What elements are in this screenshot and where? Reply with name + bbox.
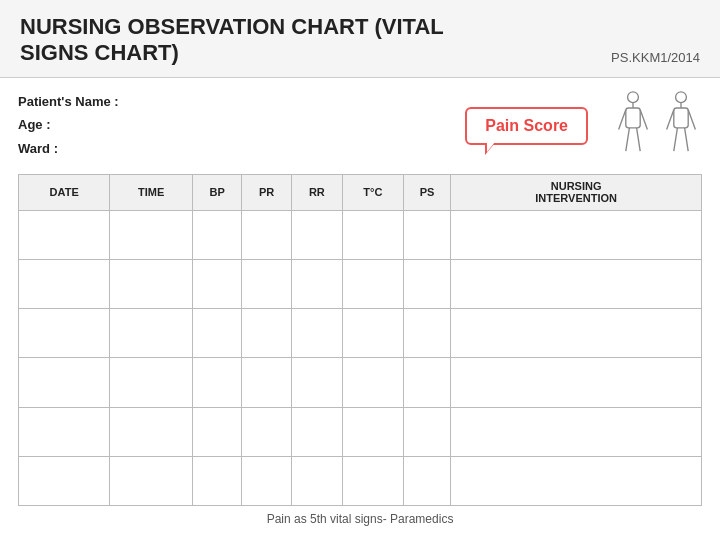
patient-name-label: Patient's Name : — [18, 90, 119, 113]
col-date: DATE — [19, 174, 110, 210]
header: NURSING OBSERVATION CHART (VITAL SIGNS C… — [0, 0, 720, 78]
table-row — [19, 259, 702, 308]
svg-rect-9 — [674, 108, 688, 128]
col-bp: BP — [193, 174, 242, 210]
svg-line-10 — [667, 110, 674, 130]
pain-score-bubble: Pain Score — [465, 107, 588, 145]
chart-table: DATE TIME BP PR RR T°C PS NURSINGINTERVE… — [18, 174, 702, 506]
patient-info-row: Patient's Name : Age : Ward : Pain Score — [18, 90, 702, 162]
header-code: PS.KKM1/2014 — [611, 50, 700, 67]
col-tc: T°C — [342, 174, 403, 210]
svg-line-4 — [640, 110, 647, 130]
table-body — [19, 210, 702, 505]
svg-line-12 — [674, 128, 678, 151]
svg-line-3 — [619, 110, 626, 130]
table-row — [19, 456, 702, 505]
page-title: NURSING OBSERVATION CHART (VITAL SIGNS C… — [20, 14, 444, 67]
col-nursing-intervention: NURSINGINTERVENTION — [451, 174, 702, 210]
body-figures — [612, 90, 702, 162]
body-back-icon — [660, 90, 702, 162]
table-header: DATE TIME BP PR RR T°C PS NURSINGINTERVE… — [19, 174, 702, 210]
table-row — [19, 210, 702, 259]
svg-rect-2 — [626, 108, 640, 128]
pain-score-area: Pain Score — [465, 90, 702, 162]
page: NURSING OBSERVATION CHART (VITAL SIGNS C… — [0, 0, 720, 540]
table-row — [19, 309, 702, 358]
svg-line-6 — [637, 128, 641, 151]
body-front-icon — [612, 90, 654, 162]
patient-fields: Patient's Name : Age : Ward : — [18, 90, 119, 160]
col-time: TIME — [110, 174, 193, 210]
table-row — [19, 358, 702, 407]
header-row: DATE TIME BP PR RR T°C PS NURSINGINTERVE… — [19, 174, 702, 210]
patient-age-label: Age : — [18, 113, 119, 136]
svg-point-7 — [676, 92, 687, 103]
table-row — [19, 407, 702, 456]
patient-ward-label: Ward : — [18, 137, 119, 160]
col-rr: RR — [291, 174, 342, 210]
svg-line-5 — [626, 128, 630, 151]
svg-point-0 — [628, 92, 639, 103]
col-pr: PR — [242, 174, 291, 210]
main-content: Patient's Name : Age : Ward : Pain Score — [0, 78, 720, 540]
col-ps: PS — [403, 174, 451, 210]
svg-line-13 — [685, 128, 689, 151]
svg-line-11 — [688, 110, 695, 130]
footer-text: Pain as 5th vital signs- Paramedics — [18, 506, 702, 534]
